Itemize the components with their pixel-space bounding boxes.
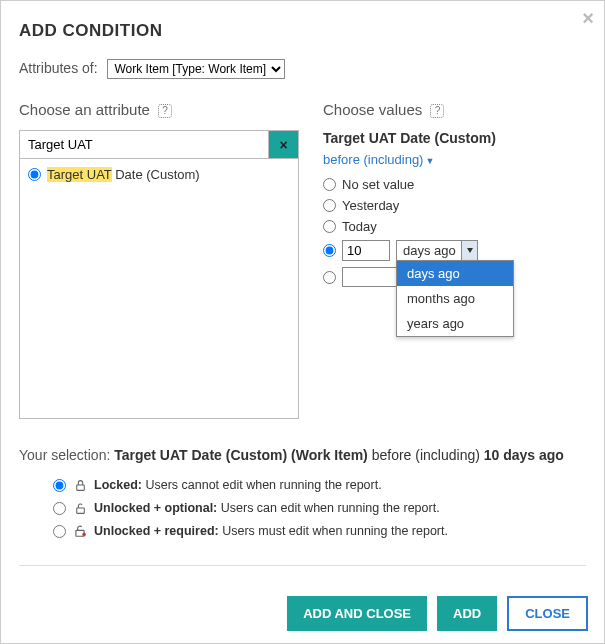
attributes-of-row: Attributes of: Work Item [Type: Work Ite… [19, 59, 586, 79]
divider [19, 565, 586, 566]
svg-point-3 [82, 533, 86, 537]
lock-closed-icon [72, 477, 88, 493]
attribute-search-input[interactable] [19, 130, 269, 159]
lock-open-icon [72, 500, 88, 516]
lock-unlocked-required-text: Unlocked + required: Users must edit whe… [94, 524, 448, 538]
value-label-yesterday: Yesterday [342, 198, 399, 213]
svg-rect-1 [76, 507, 84, 512]
svg-rect-0 [76, 484, 84, 489]
add-and-close-button[interactable]: ADD AND CLOSE [287, 596, 427, 631]
caret-down-icon: ▼ [425, 156, 434, 166]
add-condition-dialog: × ADD CONDITION Attributes of: Work Item… [0, 0, 605, 644]
lock-unlocked-optional-text: Unlocked + optional: Users can edit when… [94, 501, 440, 515]
value-radio-relative[interactable] [323, 244, 336, 257]
unit-option-years[interactable]: years ago [397, 311, 513, 336]
selected-attribute-title: Target UAT Date (Custom) [323, 130, 586, 146]
lock-radio-unlocked-optional[interactable] [53, 502, 66, 515]
lock-open-required-icon [72, 523, 88, 539]
help-icon[interactable]: ? [158, 104, 172, 118]
dropdown-arrow-icon[interactable] [461, 241, 477, 260]
lock-locked-text: Locked: Users cannot edit when running t… [94, 478, 382, 492]
help-icon[interactable]: ? [430, 104, 444, 118]
value-radio-today[interactable] [323, 220, 336, 233]
dialog-footer: ADD AND CLOSE ADD CLOSE [287, 596, 588, 631]
relative-unit-value: days ago [403, 243, 456, 258]
relative-unit-select[interactable]: days ago days ago months ago years ago [396, 240, 478, 261]
value-radio-blank[interactable] [323, 271, 336, 284]
value-radio-yesterday[interactable] [323, 199, 336, 212]
relative-unit-dropdown: days ago months ago years ago [396, 260, 514, 337]
unit-option-months[interactable]: months ago [397, 286, 513, 311]
attribute-result-label: Target UAT Date (Custom) [47, 167, 200, 182]
selection-summary: Your selection: Target UAT Date (Custom)… [19, 447, 586, 539]
lock-radio-locked[interactable] [53, 479, 66, 492]
choose-attribute-panel: Choose an attribute ? × Target UAT Date … [19, 101, 299, 419]
choose-attribute-heading: Choose an attribute ? [19, 101, 299, 118]
dialog-title: ADD CONDITION [19, 21, 586, 41]
attributes-of-select[interactable]: Work Item [Type: Work Item] [107, 59, 285, 79]
lock-options: Locked: Users cannot edit when running t… [53, 477, 586, 539]
choose-values-heading: Choose values ? [323, 101, 586, 118]
relative-number-input[interactable] [342, 240, 390, 261]
close-button[interactable]: CLOSE [507, 596, 588, 631]
attribute-result-radio[interactable] [28, 168, 41, 181]
choose-values-panel: Choose values ? Target UAT Date (Custom)… [323, 101, 586, 419]
value-blank-input[interactable] [342, 267, 398, 287]
unit-option-days[interactable]: days ago [397, 261, 513, 286]
add-button[interactable]: ADD [437, 596, 497, 631]
attributes-of-label: Attributes of: [19, 60, 98, 76]
lock-radio-unlocked-required[interactable] [53, 525, 66, 538]
attribute-result-list: Target UAT Date (Custom) [19, 159, 299, 419]
close-icon[interactable]: × [582, 7, 594, 30]
value-radio-noset[interactable] [323, 178, 336, 191]
clear-search-button[interactable]: × [269, 130, 299, 159]
value-label-noset: No set value [342, 177, 414, 192]
attribute-result-item[interactable]: Target UAT Date (Custom) [28, 165, 290, 184]
value-label-today: Today [342, 219, 377, 234]
operator-dropdown-link[interactable]: before (including)▼ [323, 152, 586, 167]
